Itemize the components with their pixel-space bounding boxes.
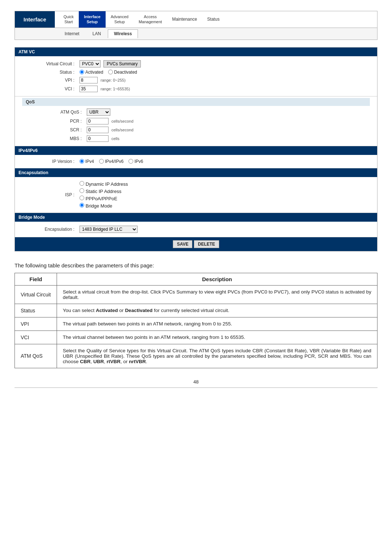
vci-input[interactable] xyxy=(79,86,98,92)
ip-version-label: IP Version : xyxy=(37,159,77,164)
ipv4ipv6-option[interactable]: IPv4/IPv6 xyxy=(99,159,123,164)
encapsulation-select[interactable]: 1483 Bridged IP LLC 1483 Bridged IP VC-M… xyxy=(79,226,138,233)
static-ip-option[interactable]: Static IP Address xyxy=(79,188,128,194)
nav-sub-wireless[interactable]: Wireless xyxy=(108,29,138,38)
mbs-row: MBS : cells xyxy=(22,134,370,143)
cbr-bold: CBR xyxy=(80,359,90,364)
desc-status: You can select Activated or Deactivated … xyxy=(57,304,377,317)
activated-bold: Activated xyxy=(96,308,118,313)
bottom-rule xyxy=(15,387,377,388)
field-status: Status xyxy=(15,304,57,317)
status-activated-label: Activated xyxy=(85,70,103,75)
pppoa-label: PPPoA/PPPoE xyxy=(86,196,117,201)
atm-qos-select[interactable]: UBR CBR rtVBR nrtVBR xyxy=(87,108,110,116)
table-row: Virtual Circuit Select a virtual circuit… xyxy=(15,285,377,304)
status-deactivated-option[interactable]: Deactivated xyxy=(108,70,137,75)
status-activated-radio[interactable] xyxy=(79,70,84,74)
status-deactivated-radio[interactable] xyxy=(108,70,113,74)
bridge-mode-body: Encapsulation : 1483 Bridged IP LLC 1483… xyxy=(15,222,377,237)
ipv4ipv6-radio[interactable] xyxy=(99,159,104,164)
nav-item-interface-setup[interactable]: Interface Setup xyxy=(79,11,106,28)
qos-label: QoS xyxy=(22,98,370,106)
scr-row: SCR : cells/second xyxy=(22,126,370,134)
encapsulation-body: ISP : Dynamic IP Address Static IP Addre… xyxy=(15,177,377,213)
nav-item-status[interactable]: Status xyxy=(202,11,225,28)
isp-row: ISP : Dynamic IP Address Static IP Addre… xyxy=(15,180,377,210)
scr-input[interactable] xyxy=(87,127,109,133)
vci-range: range: 1~65535) xyxy=(101,87,130,91)
button-bar: SAVE DELETE xyxy=(15,237,377,251)
atm-vc-body: Virtual Circuit : PVC0 PVC1 PVC2 PVC3 PV… xyxy=(15,56,377,97)
field-virtual-circuit: Virtual Circuit xyxy=(15,285,57,304)
status-activated-option[interactable]: Activated xyxy=(79,70,103,75)
nav-sub-lan[interactable]: LAN xyxy=(86,29,107,38)
dynamic-ip-label: Dynamic IP Address xyxy=(86,181,128,187)
status-radio-group: Activated Deactivated xyxy=(79,70,137,75)
dynamic-ip-radio[interactable] xyxy=(79,181,84,186)
nav-brand: Interface xyxy=(15,11,55,28)
nav-item-access-management[interactable]: Access Management xyxy=(134,11,167,28)
field-vci: VCI xyxy=(15,331,57,344)
desc-virtual-circuit: Select a virtual circuit from the drop-l… xyxy=(57,285,377,304)
nav-container: Interface Quick Start Interface Setup Ad… xyxy=(15,11,377,40)
description-table: Field Description Virtual Circuit Select… xyxy=(15,273,377,368)
bridge-mode-label: Bridge Mode xyxy=(86,203,113,209)
vpi-input[interactable] xyxy=(79,77,98,83)
pcr-unit: cells/second xyxy=(111,119,134,123)
delete-button[interactable]: DELETE xyxy=(194,240,219,248)
nav-item-quick-start[interactable]: Quick Start xyxy=(58,11,79,28)
vci-label: VCI : xyxy=(37,86,77,91)
bridge-mode-option[interactable]: Bridge Mode xyxy=(79,203,128,209)
pcr-input[interactable] xyxy=(87,118,109,124)
vpi-row: VPI : range: 0~255) xyxy=(15,76,377,85)
ipv4-radio[interactable] xyxy=(79,159,84,164)
table-row: VPI The virtual path between two points … xyxy=(15,317,377,331)
desc-atm-qos: Select the Quality of Service types for … xyxy=(57,344,377,368)
qos-section: QoS ATM QoS : UBR CBR rtVBR nrtVBR PCR :… xyxy=(15,97,377,146)
ipv6-radio[interactable] xyxy=(128,159,133,164)
atm-qos-label: ATM QoS : xyxy=(44,110,84,115)
table-row: Status You can select Activated or Deact… xyxy=(15,304,377,317)
page-number: 48 xyxy=(15,379,377,385)
virtual-circuit-select[interactable]: PVC0 PVC1 PVC2 PVC3 PVC4 PVC5 PVC6 PVC7 xyxy=(79,60,101,67)
field-header: Field xyxy=(15,273,57,285)
ubr-bold: UBR xyxy=(93,359,104,364)
description-header: Description xyxy=(57,273,377,285)
status-label: Status : xyxy=(37,70,77,75)
pcr-label: PCR : xyxy=(44,119,84,124)
nav-item-advanced-setup[interactable]: Advanced Setup xyxy=(106,11,134,28)
deactivated-bold: Deactivated xyxy=(125,308,152,313)
scr-label: SCR : xyxy=(44,127,84,132)
rtvbr-bold: rtVBR xyxy=(107,359,121,364)
encapsulation-header: Encapsulation xyxy=(15,168,377,177)
nav-item-maintenance[interactable]: Maintenance xyxy=(167,11,202,28)
scr-unit: cells/second xyxy=(111,128,134,132)
virtual-circuit-label: Virtual Circuit : xyxy=(37,61,77,66)
nav-top: Interface Quick Start Interface Setup Ad… xyxy=(15,11,377,28)
nav-items: Quick Start Interface Setup Advanced Set… xyxy=(55,11,377,28)
mbs-unit: cells xyxy=(111,136,119,141)
atm-vc-header: ATM VC xyxy=(15,48,377,56)
dynamic-ip-option[interactable]: Dynamic IP Address xyxy=(79,181,128,187)
isp-radio-group: Dynamic IP Address Static IP Address PPP… xyxy=(79,181,128,209)
static-ip-radio[interactable] xyxy=(79,188,84,193)
save-button[interactable]: SAVE xyxy=(173,240,192,248)
table-intro: The following table describes the parame… xyxy=(15,262,377,268)
nrtvbr-bold: nrtVBR xyxy=(129,359,146,364)
ipv4ipv6-body: IP Version : IPv4 IPv4/IPv6 IPv6 xyxy=(15,155,377,168)
mbs-input[interactable] xyxy=(87,135,109,142)
nav-sub-internet[interactable]: Internet xyxy=(58,29,86,38)
ipv4ipv6-header: IPv4/IPv6 xyxy=(15,146,377,155)
pppoa-radio[interactable] xyxy=(79,196,84,200)
encapsulation-select-label: Encapsulation : xyxy=(37,227,77,232)
table-row: ATM QoS Select the Quality of Service ty… xyxy=(15,344,377,368)
encapsulation-select-row: Encapsulation : 1483 Bridged IP LLC 1483… xyxy=(15,225,377,234)
pppoa-option[interactable]: PPPoA/PPPoE xyxy=(79,196,128,201)
pvcs-summary-button[interactable]: PVCs Summary xyxy=(103,60,141,67)
ipv4-option[interactable]: IPv4 xyxy=(79,159,94,164)
bridge-mode-radio[interactable] xyxy=(79,203,84,208)
ip-version-radio-group: IPv4 IPv4/IPv6 IPv6 xyxy=(79,159,143,164)
ipv6-option[interactable]: IPv6 xyxy=(128,159,143,164)
mbs-label: MBS : xyxy=(44,136,84,141)
ipv4ipv6-label: IPv4/IPv6 xyxy=(105,159,123,164)
